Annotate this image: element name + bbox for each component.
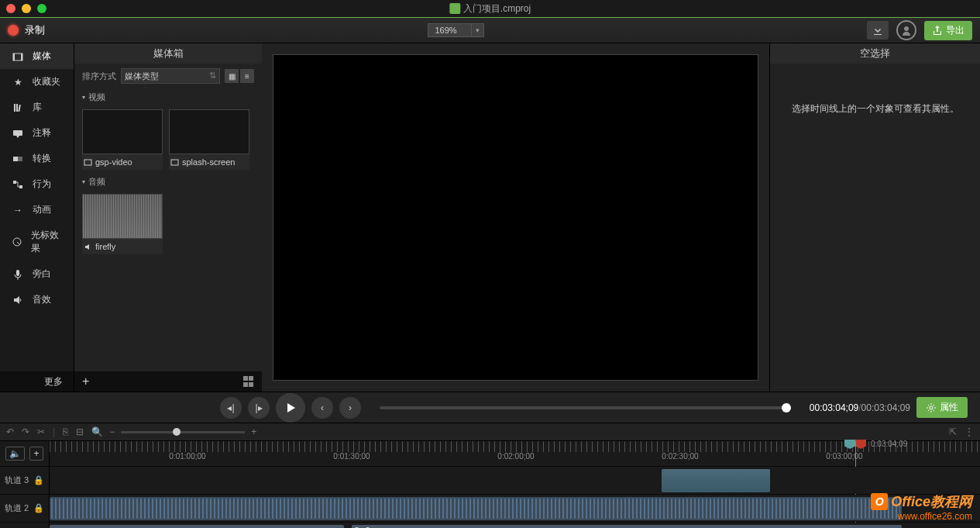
zoom-out-button[interactable]: − (109, 426, 115, 437)
end-time-label: 0:03:04;09 (871, 440, 907, 448)
record-icon (8, 25, 19, 36)
transition-icon (11, 153, 25, 165)
mediabin-toolbar: 排序方式 媒体类型⇅ ▦ ≡ (74, 64, 262, 88)
sidebar-item-favorites[interactable]: ★ 收藏夹 (0, 69, 74, 95)
sidebar-item-audio[interactable]: 音效 (0, 287, 74, 312)
clip-audio[interactable] (50, 497, 902, 520)
sidebar-item-cursor[interactable]: 光标效果 (0, 223, 74, 261)
gear-icon (926, 402, 937, 413)
tool-sidebar: 媒体 ★ 收藏夹 库 注释 转换 行为 → 动画 光标效果 (0, 43, 74, 371)
media-item-splash-screen[interactable]: splash-screen (169, 109, 249, 170)
main-area: 媒体 ★ 收藏夹 库 注释 转换 行为 → 动画 光标效果 (0, 43, 980, 392)
view-list-button[interactable]: ≡ (240, 69, 254, 83)
media-item-gsp-video[interactable]: gsp-video (82, 109, 163, 170)
sidebar-label: 旁白 (33, 267, 51, 281)
redo-button[interactable]: ↷ (22, 426, 29, 437)
current-time: 00:03:04;09 (810, 402, 858, 413)
track-2[interactable] (50, 495, 980, 522)
timeline-ruler[interactable]: 0:01:00;00 0:01:30;00 0:02:00;00 0:02:30… (50, 441, 980, 466)
clip-video[interactable] (662, 469, 770, 492)
sidebar-item-library[interactable]: 库 (0, 95, 74, 120)
track-3[interactable] (50, 467, 980, 494)
split-button[interactable]: ⊟ (76, 426, 84, 437)
media-name: gsp-video (95, 157, 132, 167)
timeline-zoom-slider[interactable] (121, 431, 245, 433)
sort-label: 排序方式 (82, 71, 116, 82)
next-frame-button[interactable]: |▸ (248, 397, 270, 419)
top-toolbar: 录制 169% ▾ 导出 (0, 17, 980, 43)
track-1[interactable]: firefly (50, 523, 980, 528)
track-header-2[interactable]: 轨道 2🔒 (0, 495, 50, 522)
clip-firefly-1[interactable] (50, 525, 344, 528)
sort-select[interactable]: 媒体类型⇅ (121, 68, 220, 84)
account-button[interactable] (896, 20, 916, 40)
media-bin: 媒体箱 排序方式 媒体类型⇅ ▦ ≡ ▾视频 gsp-video splash-… (74, 43, 262, 392)
playback-scrubber[interactable] (380, 406, 791, 409)
menu-button[interactable]: ⋮ (965, 426, 974, 437)
view-grid-button[interactable]: ▦ (225, 69, 239, 83)
media-item-firefly[interactable]: firefly (82, 194, 163, 254)
user-icon (901, 25, 912, 36)
sidebar-more-button[interactable]: 更多 (0, 371, 74, 392)
svg-rect-9 (18, 157, 22, 161)
properties-panel: 空选择 选择时间线上的一个对象可查看其属性。 (769, 43, 980, 392)
download-button[interactable] (867, 21, 889, 40)
undo-button[interactable]: ↶ (6, 426, 14, 437)
add-track-button[interactable]: + (29, 447, 43, 461)
lock-icon[interactable]: 🔒 (33, 475, 44, 485)
ruler-tick: 0:01:30;00 (333, 452, 370, 461)
sidebar-item-transitions[interactable]: 转换 (0, 146, 74, 171)
properties-hint: 选择时间线上的一个对象可查看其属性。 (770, 64, 980, 154)
document-icon (449, 3, 460, 14)
window-controls (6, 4, 46, 13)
grid-view-icon[interactable] (243, 376, 254, 387)
zoom-in-button[interactable]: + (251, 426, 256, 437)
mute-all-button[interactable]: 🔈 (5, 447, 25, 461)
timeline-toolbar: ↶ ↷ ✂ | ⎘ ⊟ 🔍 − + ⇱ ⋮ (0, 423, 980, 441)
sidebar-item-annotations[interactable]: 注释 (0, 120, 74, 146)
sidebar-item-animations[interactable]: → 动画 (0, 197, 74, 223)
ruler-tick: 0:01:00;00 (169, 452, 205, 461)
step-back-button[interactable]: ‹ (311, 397, 333, 419)
total-time: 00:03:04;09 (861, 402, 910, 413)
thumbnail (82, 109, 163, 154)
copy-button[interactable]: ⎘ (63, 426, 68, 437)
popout-button[interactable]: ⇱ (949, 426, 957, 437)
sidebar-item-media[interactable]: 媒体 (0, 43, 74, 69)
svg-rect-11 (19, 185, 22, 188)
annotation-icon (11, 127, 25, 140)
add-media-button[interactable]: + (82, 374, 89, 388)
preview-canvas[interactable] (273, 54, 758, 381)
section-audio[interactable]: ▾音频 (74, 173, 262, 191)
scrubber-knob[interactable] (782, 403, 791, 412)
record-button[interactable]: 录制 (8, 23, 45, 37)
playback-bar: ◂| |▸ ‹ › 00:03:04;09/00:03:04;09 属性 (0, 392, 980, 423)
close-window-button[interactable] (6, 4, 15, 13)
track-header-1[interactable]: 轨道 1🔒 (0, 523, 50, 528)
download-icon (872, 25, 883, 36)
play-button[interactable] (276, 393, 305, 423)
section-video[interactable]: ▾视频 (74, 88, 262, 106)
zoom-knob[interactable] (173, 428, 181, 436)
step-forward-button[interactable]: › (339, 397, 361, 419)
sidebar-label: 收藏夹 (33, 75, 60, 88)
sidebar-item-behaviors[interactable]: 行为 (0, 171, 74, 197)
export-button[interactable]: 导出 (924, 21, 972, 40)
behavior-icon (11, 178, 25, 191)
properties-button[interactable]: 属性 (916, 397, 968, 418)
track-controls: 🔈 + (0, 441, 50, 466)
mediabin-footer: + (74, 371, 262, 392)
canvas-zoom-select[interactable]: 169% ▾ (428, 23, 483, 37)
prev-frame-button[interactable]: ◂| (220, 397, 242, 419)
properties-title: 空选择 (770, 43, 980, 64)
ruler-tick: 0:03:00;00 (826, 452, 862, 461)
sidebar-item-voice[interactable]: 旁白 (0, 261, 74, 287)
track-header-3[interactable]: 轨道 3🔒 (0, 467, 50, 494)
media-icon (11, 50, 25, 63)
media-name: splash-screen (182, 157, 235, 167)
clip-firefly-2[interactable]: firefly (352, 525, 902, 528)
cut-button[interactable]: ✂ (37, 426, 45, 437)
minimize-window-button[interactable] (22, 4, 31, 13)
lock-icon[interactable]: 🔒 (33, 503, 44, 513)
maximize-window-button[interactable] (37, 4, 46, 13)
